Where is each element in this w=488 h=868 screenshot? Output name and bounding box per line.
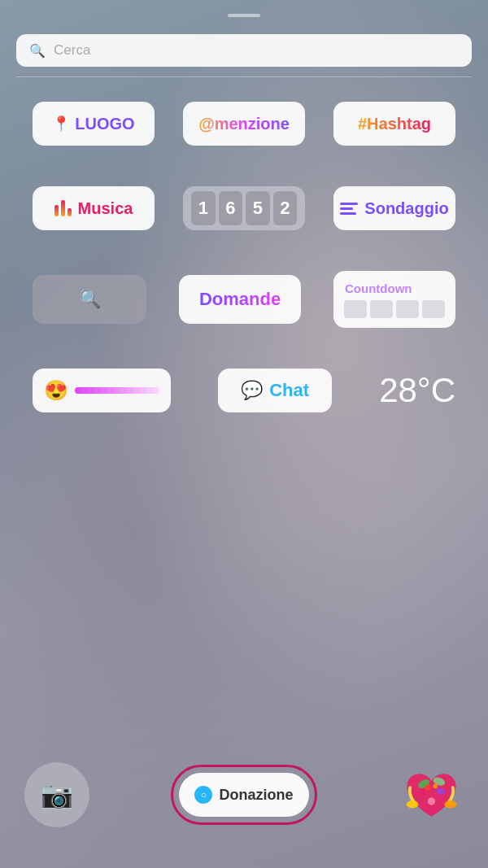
sticker-luogo[interactable]: 📍 LUOGO: [33, 102, 155, 146]
status-bar: [0, 0, 488, 24]
line-3: [340, 212, 356, 215]
sticker-countdown[interactable]: Countdown: [333, 271, 455, 328]
heart-svg: [401, 765, 462, 826]
countdown-blocks: [344, 300, 445, 318]
slider-emoji: 😍: [44, 379, 68, 402]
camera-button[interactable]: 📷: [24, 762, 89, 827]
svg-point-7: [406, 800, 418, 808]
search-placeholder: Cerca: [54, 42, 90, 59]
luogo-label: LUOGO: [75, 115, 134, 133]
music-bars: [54, 200, 72, 216]
sticker-row-3: 🔍 Domande Countdown: [33, 271, 455, 328]
sticker-musica[interactable]: Musica: [33, 186, 155, 230]
sticker-clock[interactable]: 1 6 5 2: [183, 186, 305, 230]
menzione-label: @menzione: [198, 115, 290, 133]
sticker-emoji-slider[interactable]: 😍: [33, 369, 171, 412]
heart-sticker[interactable]: [399, 762, 464, 827]
status-indicator: [228, 14, 260, 17]
sticker-temperature[interactable]: 28°C: [379, 371, 455, 410]
sticker-search-box[interactable]: 🔍: [33, 275, 146, 324]
svg-point-3: [433, 783, 438, 788]
chat-bubble-icon: 💬: [241, 380, 263, 401]
domande-label: Domande: [199, 289, 281, 310]
cd-block-3: [396, 300, 419, 318]
sticker-row-4: 😍 💬 Chat 28°C: [33, 369, 455, 412]
temperature-label: 28°C: [379, 371, 455, 410]
sticker-row-2: Musica 1 6 5 2 Sondaggio: [33, 186, 455, 230]
sticker-domande[interactable]: Domande: [179, 275, 301, 324]
svg-point-8: [444, 800, 456, 808]
camera-icon: 📷: [41, 779, 73, 810]
digit-4: 2: [273, 191, 298, 225]
bar-3: [68, 208, 72, 216]
search-icon: 🔍: [29, 43, 46, 59]
bottom-bar: 📷 ○ Donazione: [0, 738, 488, 868]
bar-1: [54, 205, 59, 216]
cd-block-4: [422, 300, 445, 318]
svg-point-2: [425, 784, 431, 791]
digit-1: 1: [191, 191, 216, 225]
line-1: [340, 203, 358, 205]
pin-icon: 📍: [52, 115, 70, 133]
stickers-grid: 📍 LUOGO @menzione #Hashtag Musica 1 6 5 …: [0, 77, 488, 412]
search-bar[interactable]: 🔍 Cerca: [16, 34, 472, 67]
slider-track: [75, 387, 159, 394]
bar-2: [61, 200, 65, 216]
digit-2: 6: [219, 191, 243, 225]
line-2: [340, 207, 353, 210]
chat-label: Chat: [269, 380, 309, 401]
donazione-wrapper: ○ Donazione: [179, 773, 309, 817]
lines-icon: [340, 203, 358, 215]
musica-label: Musica: [78, 199, 133, 218]
search-box-icon: 🔍: [79, 289, 101, 310]
svg-point-4: [420, 791, 425, 796]
sticker-hashtag[interactable]: #Hashtag: [333, 102, 455, 146]
sticker-menzione[interactable]: @menzione: [183, 102, 305, 146]
countdown-label: Countdown: [345, 281, 412, 295]
sticker-sondaggio[interactable]: Sondaggio: [333, 186, 455, 230]
cd-block-2: [370, 300, 393, 318]
hashtag-label: #Hashtag: [358, 115, 431, 133]
sticker-row-1: 📍 LUOGO @menzione #Hashtag: [33, 102, 455, 146]
svg-point-6: [427, 797, 434, 805]
digit-3: 5: [246, 191, 270, 225]
donazione-ring: [171, 765, 317, 825]
cd-block-1: [344, 300, 367, 318]
sticker-chat[interactable]: 💬 Chat: [218, 369, 332, 412]
sondaggio-label: Sondaggio: [364, 199, 448, 218]
